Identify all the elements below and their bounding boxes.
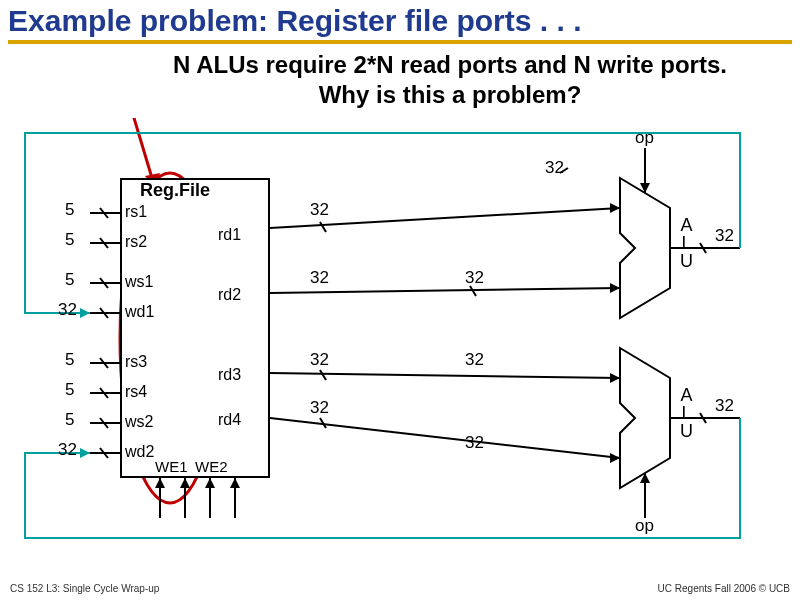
bw-wd1: 32 — [58, 300, 77, 320]
bw-rd3a: 32 — [310, 350, 329, 370]
svg-marker-42 — [180, 478, 190, 488]
bw-rs2: 5 — [65, 230, 74, 250]
svg-marker-46 — [230, 478, 240, 488]
svg-marker-26 — [610, 453, 620, 463]
bw-rs1: 5 — [65, 200, 74, 220]
diagram-area: Reg.File rs1 rs2 ws1 wd1 rs3 rs4 ws2 wd2… — [0, 118, 800, 558]
bw-rd4: 32 — [310, 398, 329, 418]
port-rs4: rs4 — [125, 383, 147, 401]
op-top: op — [635, 128, 654, 148]
regfile-box — [120, 178, 270, 478]
alu-top-label: A L U — [680, 216, 693, 270]
bw-ws2: 5 — [65, 410, 74, 430]
slide-title: Example problem: Register file ports . .… — [0, 0, 800, 40]
port-wd2: wd2 — [125, 443, 154, 461]
alu-bottom-shape — [620, 348, 670, 488]
title-rule — [8, 40, 792, 44]
port-ws1: ws1 — [125, 273, 153, 291]
svg-marker-17 — [610, 203, 620, 213]
svg-marker-44 — [205, 478, 215, 488]
alu-top-shape — [620, 178, 670, 318]
bw-wd2: 32 — [58, 440, 77, 460]
we1-label: WE1 — [155, 458, 188, 475]
subtitle-line2: Why is this a problem? — [319, 81, 582, 108]
svg-marker-20 — [610, 283, 620, 293]
bw-alu1-out: 32 — [715, 226, 734, 246]
footer: CS 152 L3: Single Cycle Wrap-up UC Regen… — [0, 583, 800, 594]
port-rd2: rd2 — [218, 286, 241, 304]
bw-rd2b: 32 — [465, 268, 484, 288]
bw-rd1: 32 — [310, 200, 329, 220]
regfile-title: Reg.File — [140, 180, 210, 201]
footer-right: UC Regents Fall 2006 © UCB — [658, 583, 790, 594]
bw-rd4b: 32 — [465, 433, 484, 453]
port-wd1: wd1 — [125, 303, 154, 321]
port-rs2: rs2 — [125, 233, 147, 251]
subtitle-line1: N ALUs require 2*N read ports and N writ… — [173, 51, 727, 78]
bw-rs4: 5 — [65, 380, 74, 400]
bw-rd2a: 32 — [310, 268, 329, 288]
port-rs1: rs1 — [125, 203, 147, 221]
port-ws2: ws2 — [125, 413, 153, 431]
svg-marker-38 — [80, 448, 90, 458]
bw-op-top: 32 — [545, 158, 564, 178]
bw-rs3: 5 — [65, 350, 74, 370]
svg-line-24 — [320, 370, 326, 380]
svg-marker-23 — [610, 373, 620, 383]
port-rs3: rs3 — [125, 353, 147, 371]
svg-line-18 — [320, 222, 326, 232]
svg-line-19 — [270, 288, 620, 293]
footer-left: CS 152 L3: Single Cycle Wrap-up — [10, 583, 159, 594]
bw-ws1: 5 — [65, 270, 74, 290]
we2-label: WE2 — [195, 458, 228, 475]
port-rd1: rd1 — [218, 226, 241, 244]
port-rd3: rd3 — [218, 366, 241, 384]
bw-alu2-out: 32 — [715, 396, 734, 416]
bw-rd3b: 32 — [465, 350, 484, 370]
op-bottom: op — [635, 516, 654, 536]
alu-bottom-label: A L U — [680, 386, 693, 440]
slide-subtitle: N ALUs require 2*N read ports and N writ… — [0, 50, 800, 118]
svg-marker-40 — [155, 478, 165, 488]
port-rd4: rd4 — [218, 411, 241, 429]
svg-marker-37 — [80, 308, 90, 318]
